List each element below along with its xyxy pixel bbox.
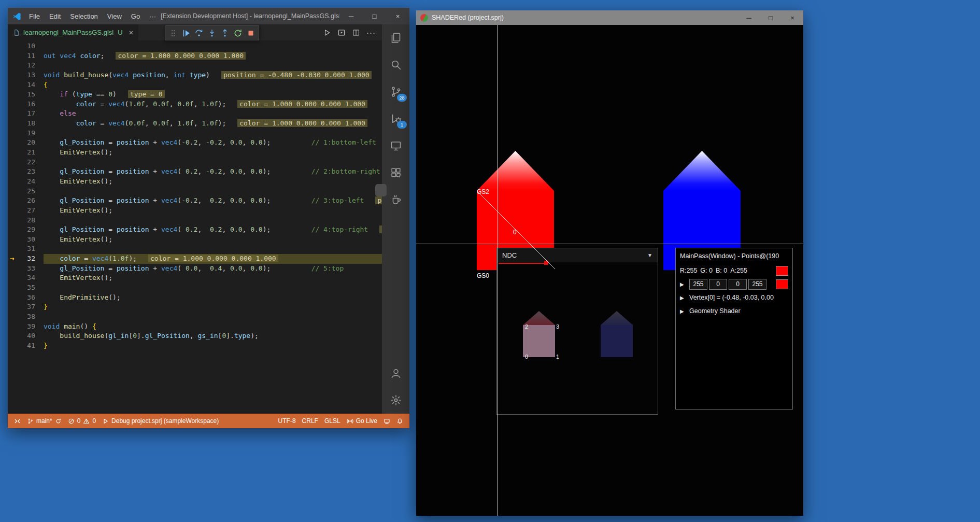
code-line[interactable]: 37}: [8, 302, 382, 312]
menu-view[interactable]: View: [103, 12, 126, 20]
screen-share-icon: [384, 418, 390, 425]
code-line[interactable]: 19: [8, 129, 382, 138]
code-line[interactable]: 35: [8, 283, 382, 293]
menu-edit[interactable]: Edit: [45, 12, 65, 20]
code-line[interactable]: 31: [8, 244, 382, 254]
activity-extensions-icon[interactable]: [382, 159, 409, 186]
activity-remote-explorer-icon[interactable]: [382, 132, 409, 159]
code-editor[interactable]: 1011out vec4 color;color = 1.000 0.000 0…: [8, 40, 382, 414]
code-line[interactable]: 12: [8, 61, 382, 70]
code-line[interactable]: 33 gl_Position = position + vec4( 0.0, 0…: [8, 264, 382, 274]
code-line[interactable]: 25: [8, 187, 382, 196]
warning-icon: [83, 418, 90, 425]
eol-item[interactable]: CRLF: [299, 414, 321, 428]
activity-settings-icon[interactable]: [382, 387, 409, 414]
split-editor-icon[interactable]: [352, 29, 360, 37]
tab-learnopengl-mainpassgs[interactable]: learnopengl_MainPassGS.glsl U ×: [8, 24, 138, 40]
code-line[interactable]: 38: [8, 312, 382, 322]
activity-run-and-debug-icon[interactable]: 1: [382, 105, 409, 132]
code-line[interactable]: 27 EmitVertex();: [8, 206, 382, 216]
render-viewport[interactable]: GS2 0 GS0 NDC ▼ 2301 MainPass(Window) - …: [416, 25, 803, 516]
code-line[interactable]: 40 build_house(gl_in[0].gl_Position, gs_…: [8, 331, 382, 341]
debug-stage-button[interactable]: ▶: [680, 308, 686, 314]
debug-target-item[interactable]: Debug project.sprj (sampleWorkspace): [99, 414, 222, 428]
code-line[interactable]: 30 EmitVertex();: [8, 235, 382, 245]
vertex-info: Vertex[0] = (-0.48, -0.03, 0.00: [689, 294, 774, 301]
scrollbar-thumb[interactable]: [375, 184, 387, 196]
open-preview-icon[interactable]: [337, 29, 346, 37]
shadered-close-button[interactable]: ×: [782, 10, 803, 25]
code-line[interactable]: 13void build_house(vec4 position, int ty…: [8, 70, 382, 80]
close-button[interactable]: ×: [386, 8, 409, 24]
step-over-icon[interactable]: [193, 27, 205, 39]
remote-indicator[interactable]: [11, 414, 24, 428]
run-shader-icon[interactable]: [323, 29, 331, 37]
shadered-maximize-button[interactable]: □: [760, 10, 782, 25]
go-live-item[interactable]: Go Live: [344, 414, 380, 428]
shadered-minimize-button[interactable]: ─: [738, 10, 760, 25]
pixel-inspect-title: MainPass(Window) - Points@(190: [676, 251, 792, 264]
code-line[interactable]: 11out vec4 color;color = 1.000 0.000 0.0…: [8, 51, 382, 61]
activity-search-icon[interactable]: [382, 51, 409, 78]
notifications-item[interactable]: [393, 414, 406, 428]
debug-pixel-button[interactable]: ▶: [680, 281, 686, 287]
code-line[interactable]: 26 gl_Position = position + vec4(-0.2, 0…: [8, 196, 382, 206]
ndc-vertex-label: 1: [556, 354, 559, 360]
code-line[interactable]: 22: [8, 158, 382, 167]
menu-selection[interactable]: Selection: [65, 12, 102, 20]
alpha-value: A:255: [730, 267, 747, 274]
code-line[interactable]: 39void main() {: [8, 322, 382, 332]
minimize-button[interactable]: ─: [339, 8, 363, 24]
color-swatch: [776, 279, 788, 289]
activity-source-control-icon[interactable]: 28: [382, 78, 409, 105]
code-line[interactable]: 24 EmitVertex();: [8, 177, 382, 187]
line-number: 23: [27, 167, 35, 177]
tab-label: learnopengl_MainPassGS.glsl: [23, 29, 113, 36]
code-line[interactable]: 36 EndPrimitive();: [8, 293, 382, 303]
activity-account-icon[interactable]: [382, 360, 409, 387]
code-line[interactable]: 23 gl_Position = position + vec4( 0.2, -…: [8, 167, 382, 177]
code-line[interactable]: 15 if (type == 0)type = 0: [8, 90, 382, 100]
code-line[interactable]: 17 else: [8, 109, 382, 119]
code-line[interactable]: 21 EmitVertex();: [8, 148, 382, 158]
more-actions-icon[interactable]: ···: [366, 28, 376, 37]
stop-icon[interactable]: [245, 27, 257, 39]
channel-value-input[interactable]: 255: [689, 279, 707, 290]
line-number: 29: [27, 225, 35, 235]
menu-more[interactable]: ···: [145, 12, 161, 20]
menu-go[interactable]: Go: [126, 12, 145, 20]
expand-vertex-button[interactable]: ▶: [680, 295, 686, 301]
ndc-vertex-label: 2: [525, 323, 528, 330]
tab-close-icon[interactable]: ×: [129, 28, 134, 37]
code-line[interactable]: 41}: [8, 341, 382, 351]
code-line[interactable]: 14{: [8, 80, 382, 90]
channel-value-input[interactable]: 255: [748, 279, 766, 290]
step-out-icon[interactable]: [219, 27, 231, 39]
blue-value: B: 0: [716, 267, 727, 274]
code-line[interactable]: 28: [8, 216, 382, 225]
chevron-down-icon[interactable]: ▼: [647, 252, 652, 258]
ndc-panel-header[interactable]: NDC ▼: [497, 248, 658, 262]
code-line[interactable]: 16 color = vec4(1.0f, 0.0f, 0.0f, 1.0f);…: [8, 100, 382, 109]
drag-grip-icon[interactable]: [167, 27, 179, 39]
code-line[interactable]: 34 EmitVertex();: [8, 273, 382, 283]
activity-explorer-icon[interactable]: [382, 24, 409, 51]
problems-item[interactable]: 0 0: [65, 414, 99, 428]
line-number: 35: [27, 283, 35, 293]
screen-share-item[interactable]: [380, 414, 393, 428]
continue-icon[interactable]: [180, 27, 192, 39]
channel-value-input[interactable]: 0: [729, 279, 747, 290]
code-line[interactable]: 10: [8, 41, 382, 51]
step-into-icon[interactable]: [206, 27, 218, 39]
encoding-item[interactable]: UTF-8: [275, 414, 299, 428]
language-mode-item[interactable]: GLSL: [321, 414, 344, 428]
channel-value-input[interactable]: 0: [709, 279, 727, 290]
code-line[interactable]: →32 color = vec4(1.0f);color = 1.000 0.0…: [8, 254, 382, 264]
code-line[interactable]: 29 gl_Position = position + vec4( 0.2, 0…: [8, 225, 382, 235]
git-branch-item[interactable]: main*: [24, 414, 65, 428]
code-line[interactable]: 18 color = vec4(0.0f, 0.0f, 1.0f, 1.0f);…: [8, 119, 382, 129]
maximize-button[interactable]: □: [363, 8, 386, 24]
menu-file[interactable]: File: [24, 12, 45, 20]
code-line[interactable]: 20 gl_Position = position + vec4(-0.2, -…: [8, 138, 382, 148]
restart-icon[interactable]: [232, 27, 244, 39]
